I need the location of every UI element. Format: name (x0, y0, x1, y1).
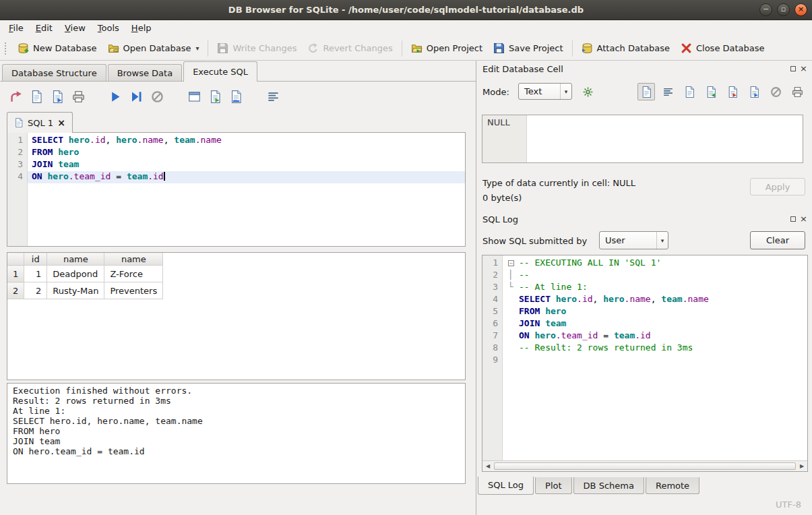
tab-database-structure[interactable]: Database Structure (2, 64, 106, 81)
fold-marker[interactable]: − (508, 258, 519, 268)
open-external-button[interactable] (681, 83, 698, 100)
toolbar-label: Open Database (123, 43, 191, 53)
results-table[interactable]: idnamename11DeadpondZ-Force22Rusty-ManPr… (7, 252, 163, 299)
save-as-button[interactable] (745, 83, 763, 100)
open-database-icon (108, 42, 119, 54)
close-panel-icon[interactable]: × (800, 216, 807, 222)
import-cell-button[interactable] (702, 83, 720, 100)
execute-current-line-icon[interactable] (130, 90, 143, 103)
export-cell-button[interactable] (724, 83, 741, 100)
scrollbar-thumb[interactable] (494, 462, 796, 470)
table-row[interactable]: 22Rusty-ManPreventers (7, 282, 163, 299)
toolbar-drag-handle[interactable] (4, 42, 7, 55)
dock-tab-remote[interactable]: Remote (646, 477, 699, 494)
code-line[interactable]: JOIN team (28, 159, 465, 171)
table-cell[interactable]: 2 (24, 282, 47, 299)
code-line[interactable]: SELECT hero.id, hero.name, team.name (504, 294, 807, 306)
titlebar[interactable]: DB Browser for SQLite - /home/user/code/… (0, 0, 812, 20)
open-external-icon (684, 86, 695, 98)
format-sql-icon[interactable] (230, 90, 243, 103)
menu-tools[interactable]: Tools (92, 20, 125, 36)
chevron-down-icon: ▾ (560, 84, 571, 99)
sql-token: .name (195, 135, 222, 145)
detach-tab-icon[interactable] (188, 90, 201, 103)
sql-token: .name (137, 135, 164, 145)
log-filter-select[interactable]: User ▾ (599, 231, 668, 249)
print-cell-button[interactable] (788, 83, 806, 100)
table-cell[interactable]: Preventers (104, 282, 163, 299)
code-line[interactable]: -- Result: 2 rows returned in 3ms (504, 342, 807, 355)
menu-edit[interactable]: Edit (30, 20, 59, 36)
menu-file[interactable]: File (3, 20, 30, 36)
dock-tab-db-schema[interactable]: DB Schema (573, 477, 644, 494)
tab-execute-sql[interactable]: Execute SQL (183, 61, 257, 82)
open-project-button[interactable]: Open Project (406, 40, 488, 57)
editor-code-area[interactable]: SELECT hero.id, hero.name, team.nameFROM… (28, 133, 465, 246)
close-database-button[interactable]: Close Database (675, 40, 770, 57)
tab-browse-data[interactable]: Browse Data (108, 64, 183, 81)
table-cell[interactable]: 1 (24, 266, 47, 282)
text-view-button[interactable] (637, 83, 655, 100)
menu-view[interactable]: View (59, 20, 92, 36)
text-view-icon (641, 86, 652, 98)
open-database-dropdown-icon[interactable]: ▾ (195, 44, 199, 52)
clear-log-button[interactable]: Clear (750, 231, 805, 249)
sql-token: hero (58, 147, 79, 157)
dock-tab-plot[interactable]: Plot (535, 477, 572, 494)
save-project-button[interactable]: Save Project (488, 40, 569, 57)
new-tab-icon[interactable] (9, 90, 22, 103)
sql-query-tab[interactable]: SQL 1 × (7, 112, 73, 133)
scroll-left-icon[interactable]: ◀ (482, 463, 493, 469)
float-panel-icon[interactable] (790, 216, 796, 222)
row-header[interactable]: 1 (7, 266, 24, 282)
mode-select[interactable]: Text ▾ (518, 83, 572, 100)
new-database-button[interactable]: New Database (12, 40, 102, 57)
code-line[interactable]: FROM hero (28, 147, 465, 159)
row-header[interactable]: 2 (7, 282, 24, 299)
maximize-button[interactable]: ▫ (777, 3, 790, 16)
open-database-button[interactable]: Open Database ▾ (102, 40, 205, 57)
dock-tab-sql-log[interactable]: SQL Log (478, 477, 534, 495)
auto-switch-mode-button[interactable] (579, 83, 596, 100)
results-grid[interactable]: idnamename11DeadpondZ-Force22Rusty-ManPr… (7, 252, 466, 380)
set-null-button[interactable] (767, 83, 784, 100)
chevron-down-icon: ▾ (656, 232, 668, 249)
table-cell[interactable]: Deadpond (47, 266, 104, 282)
sql-tab-close-icon[interactable]: × (57, 117, 65, 128)
save-sql-file-icon[interactable] (51, 90, 64, 103)
minimize-button[interactable]: − (759, 3, 772, 16)
column-header[interactable]: name (104, 253, 163, 266)
word-wrap-icon[interactable] (267, 90, 280, 103)
scroll-right-icon[interactable]: ▶ (797, 463, 807, 469)
code-line[interactable]: └-- At line 1: (504, 282, 807, 294)
log-horizontal-scrollbar[interactable]: ◀ ▶ (482, 460, 807, 471)
close-button[interactable]: × (794, 3, 807, 16)
word-wrap-button[interactable] (659, 83, 677, 100)
open-sql-file-icon[interactable] (30, 90, 43, 103)
column-header[interactable]: id (24, 253, 47, 266)
code-line[interactable]: │-- (504, 270, 807, 282)
code-line[interactable]: JOIN team (504, 318, 807, 330)
export-sql-icon[interactable] (209, 90, 222, 103)
code-line[interactable]: ON hero.team_id = team.id (504, 330, 807, 342)
close-panel-icon[interactable]: × (800, 65, 807, 72)
float-panel-icon[interactable] (790, 66, 796, 71)
revert-changes-icon (307, 42, 319, 54)
column-header[interactable]: name (47, 253, 104, 266)
table-row[interactable]: 11DeadpondZ-Force (7, 266, 163, 282)
code-line[interactable] (504, 355, 807, 367)
code-line[interactable]: ON hero.team_id = team.id (28, 171, 465, 183)
sql-editor[interactable]: 1234 SELECT hero.id, hero.name, team.nam… (7, 132, 466, 247)
sql-log-view[interactable]: 123456789 −-- EXECUTING ALL IN 'SQL 1'│-… (482, 255, 808, 472)
execute-all-icon[interactable] (109, 90, 122, 103)
print-sql-icon[interactable] (72, 90, 85, 103)
code-line[interactable]: −-- EXECUTING ALL IN 'SQL 1' (504, 258, 807, 270)
cell-value-editor[interactable]: NULL (482, 115, 803, 163)
table-cell[interactable]: Rusty-Man (47, 282, 104, 299)
code-line[interactable]: FROM hero (504, 306, 807, 318)
menu-help[interactable]: Help (125, 20, 158, 36)
table-cell[interactable]: Z-Force (104, 266, 163, 282)
code-line[interactable]: SELECT hero.id, hero.name, team.name (28, 135, 465, 147)
sql-token: team (127, 171, 148, 181)
attach-database-button[interactable]: Attach Database (576, 40, 675, 57)
